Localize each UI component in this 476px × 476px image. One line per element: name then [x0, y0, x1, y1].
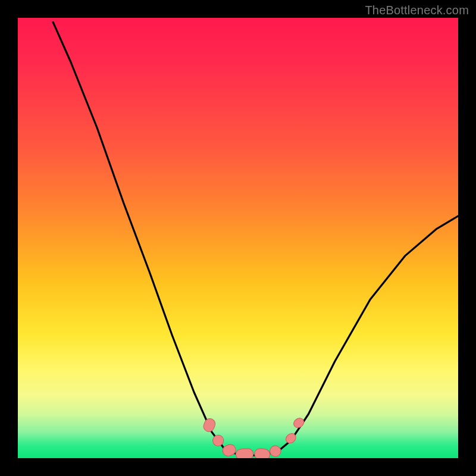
chart-frame: TheBottleneck.com — [0, 0, 476, 476]
watermark-text: TheBottleneck.com — [365, 4, 469, 17]
plot-area — [18, 18, 458, 458]
